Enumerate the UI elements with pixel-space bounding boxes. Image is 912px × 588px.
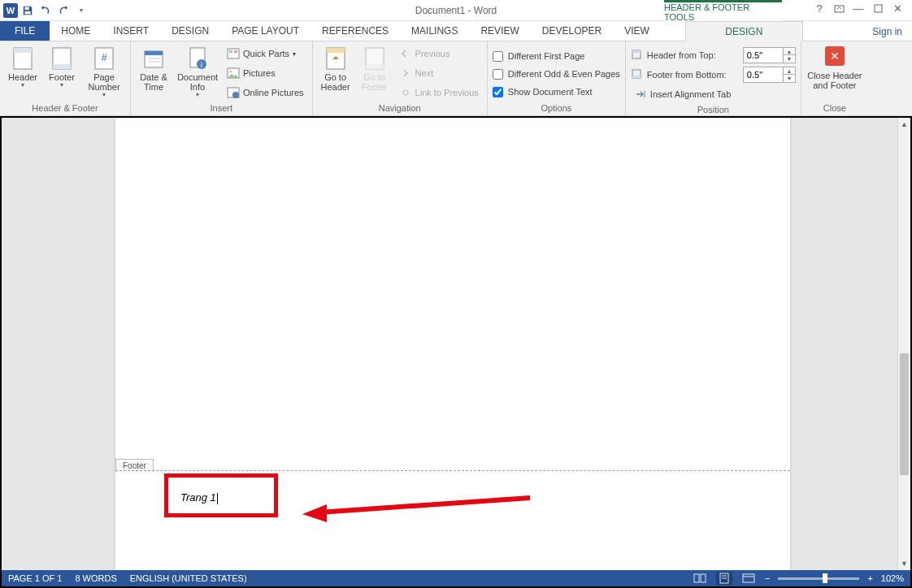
close-header-footer-button[interactable]: ✕ Close Header and Footer	[806, 45, 863, 90]
spinner-down-icon[interactable]: ▼	[784, 55, 795, 63]
scroll-up-icon[interactable]: ▲	[898, 118, 910, 131]
minimize-button[interactable]: —	[850, 0, 866, 16]
svg-rect-29	[632, 50, 641, 53]
group-navigation: Go to Header Go to Footer Previous Next …	[313, 41, 488, 115]
previous-icon	[399, 47, 412, 60]
show-document-text-checkbox[interactable]: Show Document Text	[493, 84, 620, 100]
next-button[interactable]: Next	[396, 64, 482, 82]
svg-rect-35	[694, 574, 699, 582]
zoom-level[interactable]: 102%	[881, 573, 904, 583]
tab-review[interactable]: REVIEW	[469, 21, 530, 41]
group-close: ✕ Close Header and Footer Close	[801, 41, 868, 115]
scroll-down-icon[interactable]: ▼	[898, 557, 910, 570]
header-button[interactable]: Header▾	[5, 45, 41, 89]
svg-rect-27	[366, 64, 384, 69]
zoom-slider-handle[interactable]	[823, 573, 827, 583]
undo-button[interactable]	[37, 2, 54, 19]
spinner-up-icon[interactable]: ▲	[784, 67, 795, 75]
different-first-page-checkbox[interactable]: Different First Page	[493, 48, 620, 64]
tab-design-contextual[interactable]: DESIGN	[685, 21, 803, 41]
scrollbar-thumb[interactable]	[900, 353, 909, 475]
footer-boundary-line	[115, 470, 790, 471]
status-page-info[interactable]: PAGE 1 OF 1	[8, 573, 62, 583]
group-options: Different First Page Different Odd & Eve…	[488, 41, 626, 115]
tab-file[interactable]: FILE	[0, 21, 50, 41]
redo-button[interactable]	[55, 2, 72, 19]
svg-rect-11	[145, 51, 163, 55]
svg-rect-18	[229, 50, 232, 53]
svg-rect-36	[701, 574, 706, 582]
close-window-button[interactable]: ✕	[889, 0, 905, 16]
quick-parts-button[interactable]: Quick Parts ▾	[224, 45, 307, 63]
goto-header-button[interactable]: Go to Header	[318, 45, 354, 92]
svg-rect-40	[743, 574, 754, 582]
spinner-down-icon[interactable]: ▼	[784, 75, 795, 82]
link-icon	[399, 86, 412, 99]
maximize-button[interactable]	[870, 0, 886, 16]
calendar-icon	[141, 46, 166, 71]
svg-line-33	[319, 498, 530, 512]
link-to-previous-button[interactable]: Link to Previous	[396, 84, 482, 102]
page-number-icon: #	[92, 46, 116, 71]
web-layout-view-button[interactable]	[740, 572, 757, 585]
print-layout-view-button[interactable]	[716, 572, 732, 585]
document-info-button[interactable]: i Document Info▾	[175, 45, 220, 98]
header-top-icon	[631, 49, 642, 62]
footer-bottom-icon	[631, 68, 642, 81]
qat-customize-dropdown[interactable]: ▾	[73, 2, 89, 19]
header-top-spinner[interactable]: ▲▼	[743, 47, 796, 63]
status-language[interactable]: ENGLISH (UNITED STATES)	[130, 573, 247, 583]
tab-developer[interactable]: DEVELOPER	[531, 21, 613, 41]
insert-alignment-tab-button[interactable]: Insert Alignment Tab	[631, 85, 796, 103]
tab-references[interactable]: REFERENCES	[311, 21, 400, 41]
tab-design[interactable]: DESIGN	[160, 21, 220, 41]
status-word-count[interactable]: 8 WORDS	[75, 573, 116, 583]
goto-header-icon	[324, 46, 348, 71]
annotation-arrow-icon	[302, 491, 538, 524]
help-button[interactable]: ?	[811, 0, 827, 16]
zoom-slider[interactable]	[778, 577, 859, 580]
svg-text:#: #	[102, 52, 107, 63]
previous-button[interactable]: Previous	[396, 45, 482, 63]
footer-bottom-spinner[interactable]: ▲▼	[743, 67, 796, 83]
titlebar: W ▾ Document1 - Word HEADER & FOOTER TOO…	[0, 0, 912, 21]
save-button[interactable]	[20, 2, 36, 19]
group-label-insert: Insert	[131, 102, 312, 115]
date-time-button[interactable]: Date & Time	[136, 45, 172, 92]
svg-rect-17	[228, 49, 239, 58]
footer-button[interactable]: Footer▾	[44, 45, 80, 89]
svg-rect-5	[14, 48, 32, 53]
svg-point-21	[230, 71, 232, 73]
svg-rect-0	[25, 6, 29, 10]
tab-view[interactable]: VIEW	[613, 21, 661, 41]
footer-icon	[50, 46, 74, 71]
page-number-button[interactable]: # Page Number▾	[83, 45, 125, 98]
word-app-icon[interactable]: W	[3, 3, 18, 18]
online-pictures-button[interactable]: Online Pictures	[224, 84, 307, 102]
tab-insert[interactable]: INSERT	[102, 21, 160, 41]
online-pictures-icon	[227, 86, 240, 99]
contextual-tab-title: HEADER & FOOTER TOOLS	[664, 0, 782, 21]
tab-mailings[interactable]: MAILINGS	[400, 21, 469, 41]
zoom-out-button[interactable]: −	[765, 573, 770, 583]
quick-access-toolbar: W ▾	[0, 2, 93, 19]
vertical-scrollbar[interactable]: ▲ ▼	[897, 118, 910, 570]
read-mode-view-button[interactable]	[692, 572, 708, 585]
sign-in-link[interactable]: Sign in	[872, 21, 902, 41]
annotation-highlight-box	[164, 473, 278, 517]
header-top-label: Header from Top:	[647, 50, 738, 60]
tab-home[interactable]: HOME	[50, 21, 102, 41]
zoom-in-button[interactable]: +	[867, 573, 872, 583]
pictures-icon	[227, 67, 240, 80]
svg-rect-25	[327, 48, 345, 53]
pictures-button[interactable]: Pictures	[224, 64, 307, 82]
ribbon-display-options-button[interactable]	[831, 0, 847, 16]
svg-rect-2	[835, 6, 844, 12]
different-odd-even-checkbox[interactable]: Different Odd & Even Pages	[493, 66, 620, 82]
spinner-up-icon[interactable]: ▲	[784, 48, 795, 55]
goto-footer-button[interactable]: Go to Footer	[357, 45, 393, 92]
tab-page-layout[interactable]: PAGE LAYOUT	[220, 21, 311, 41]
svg-marker-34	[302, 504, 327, 522]
group-label-close: Close	[801, 102, 868, 115]
document-area[interactable]: Footer Trang 1 ▲ ▼	[2, 118, 910, 570]
